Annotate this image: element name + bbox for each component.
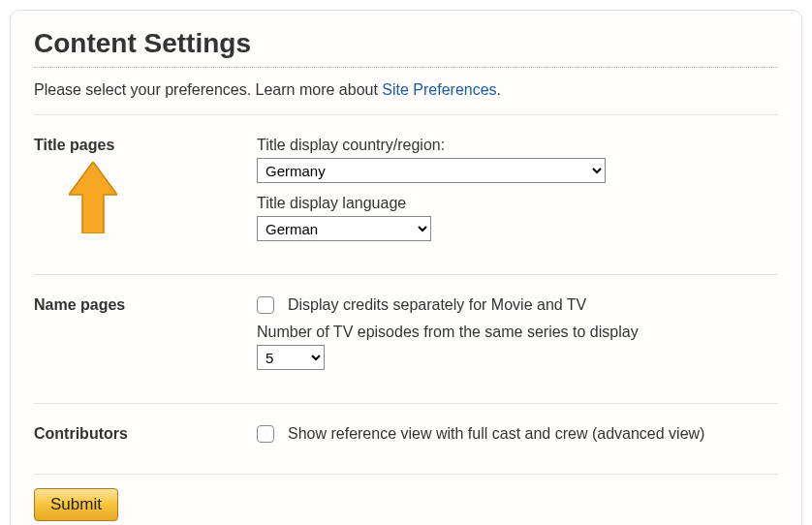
name-pages-body: Display credits separately for Movie and…	[257, 296, 778, 382]
language-field: Title display language German	[257, 195, 778, 241]
divider	[34, 114, 778, 115]
section-label-name-pages: Name pages	[34, 296, 237, 314]
title-pages-label-text: Title pages	[34, 137, 114, 153]
divider	[34, 274, 778, 275]
divider	[34, 474, 778, 475]
credits-checkbox-row: Display credits separately for Movie and…	[257, 296, 778, 314]
svg-marker-0	[69, 162, 117, 233]
reference-checkbox-label[interactable]: Show reference view with full cast and c…	[288, 425, 704, 443]
divider	[34, 403, 778, 404]
intro-after: .	[497, 81, 501, 98]
country-select[interactable]: Germany	[257, 158, 606, 183]
intro-before: Please select your preferences. Learn mo…	[34, 81, 382, 98]
episodes-label: Number of TV episodes from the same seri…	[257, 324, 778, 341]
episodes-select[interactable]: 5	[257, 345, 325, 370]
site-preferences-link[interactable]: Site Preferences	[382, 81, 496, 98]
intro-text: Please select your preferences. Learn mo…	[34, 81, 778, 99]
language-select[interactable]: German	[257, 216, 431, 241]
credits-checkbox-label[interactable]: Display credits separately for Movie and…	[288, 296, 586, 314]
title-pages-body: Title display country/region: Germany Ti…	[257, 137, 778, 253]
language-label: Title display language	[257, 195, 778, 212]
divider-dotted	[34, 67, 778, 68]
reference-checkbox-row: Show reference view with full cast and c…	[257, 425, 778, 443]
episodes-field: Number of TV episodes from the same seri…	[257, 324, 778, 370]
reference-checkbox[interactable]	[257, 425, 274, 443]
content-settings-panel: Content Settings Please select your pref…	[10, 10, 802, 525]
section-label-title-pages: Title pages	[34, 137, 237, 154]
section-contributors: Contributors Show reference view with fu…	[34, 417, 778, 460]
country-label: Title display country/region:	[257, 137, 778, 154]
contributors-body: Show reference view with full cast and c…	[257, 425, 778, 452]
section-title-pages: Title pages Title display country/region…	[34, 129, 778, 261]
section-label-contributors: Contributors	[34, 425, 237, 443]
credits-checkbox[interactable]	[257, 296, 274, 314]
page-title: Content Settings	[34, 28, 778, 59]
section-name-pages: Name pages Display credits separately fo…	[34, 289, 778, 389]
country-field: Title display country/region: Germany	[257, 137, 778, 183]
submit-button[interactable]: Submit	[34, 488, 118, 521]
arrow-up-icon	[69, 162, 117, 233]
